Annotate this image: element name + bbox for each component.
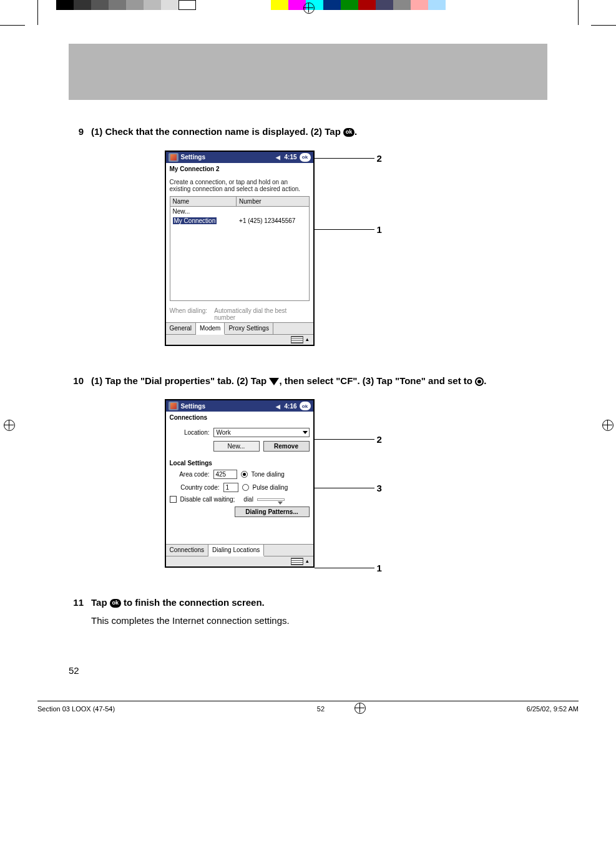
radio-dot-icon [475, 377, 484, 386]
tone-radio[interactable] [241, 471, 248, 478]
pda-clock: 4:15 [284, 154, 296, 161]
pda-titlebar: Settings 4:15 ok [166, 152, 313, 163]
pda-clock: 4:16 [284, 403, 296, 410]
tab-connections[interactable]: Connections [166, 545, 209, 556]
sip-up-icon[interactable]: ▴ [305, 558, 311, 565]
step-number: 10 [69, 374, 91, 388]
new-button[interactable]: New... [213, 441, 260, 452]
tone-label: Tone dialing [252, 471, 285, 478]
selected-connection: My Connection [173, 217, 217, 224]
location-row: Location: Work [170, 426, 310, 439]
remove-button[interactable]: Remove [263, 441, 310, 452]
location-dropdown[interactable]: Work [213, 428, 310, 437]
start-icon[interactable] [169, 402, 178, 410]
location-label: Location: [170, 429, 210, 436]
print-footer: Section 03 LOOX (47-54) 52 6/25/02, 9:52… [37, 701, 579, 713]
pda-title-text: Settings [181, 403, 205, 410]
pda-screenshot-2: Settings 4:16 ok Connections Location: W… [165, 399, 315, 568]
disable-call-waiting-checkbox[interactable] [170, 496, 177, 503]
keyboard-icon[interactable] [291, 336, 303, 343]
footer-section: Section 03 LOOX (47-54) [37, 705, 115, 713]
registration-mark-icon [354, 703, 364, 713]
when-dialing-value: Automatically dial the best number [214, 307, 309, 321]
connections-heading: Connections [166, 412, 313, 423]
callout-1: 1 [377, 224, 382, 235]
callout-2: 2 [377, 434, 382, 445]
column-number: Number [237, 197, 308, 206]
disable-call-waiting-row: Disable call waiting; dial [170, 494, 310, 505]
registration-mark-icon [4, 420, 14, 430]
local-settings-heading: Local Settings [166, 456, 313, 468]
country-code-label: Country code: [170, 484, 220, 491]
pda-instructions: Create a connection, or tap and hold on … [170, 179, 310, 192]
step-11-body: This completes the Internet connection s… [69, 614, 547, 628]
step-text: Tap ok to finish the connection screen. [91, 596, 547, 610]
footer-timestamp: 6/25/02, 9:52 AM [527, 705, 579, 713]
registration-mark-icon [602, 420, 612, 430]
connections-table: Name Number New... My Connection +1 (425… [170, 196, 310, 301]
sip-bar: ▴ [166, 334, 313, 345]
pda-title-text: Settings [181, 154, 205, 161]
ok-icon: ok [110, 599, 121, 608]
footer-page: 52 [317, 705, 325, 713]
step-number: 11 [69, 596, 91, 610]
keyboard-icon[interactable] [291, 558, 303, 565]
callout-2: 2 [377, 153, 382, 164]
tab-dialing-locations[interactable]: Dialing Locations [208, 545, 264, 556]
speaker-icon[interactable] [276, 154, 281, 161]
area-code-row: Area code: 425 Tone dialing [170, 468, 310, 481]
callout-1: 1 [377, 563, 382, 573]
area-code-input[interactable]: 425 [213, 470, 237, 479]
ok-button[interactable]: ok [300, 153, 311, 162]
figure-step-10: Settings 4:16 ok Connections Location: W… [165, 399, 452, 568]
step-10: 10 (1) Tap the "Dial properties" tab. (2… [69, 374, 547, 388]
table-row[interactable]: My Connection +1 (425) 123445567 [170, 216, 309, 225]
country-code-row: Country code: 1 Pulse dialing [170, 481, 310, 494]
pda-tab-bar: Connections Dialing Locations [166, 544, 313, 556]
column-name: Name [170, 197, 237, 206]
pulse-label: Pulse dialing [253, 484, 288, 491]
pda-tab-bar: General Modem Proxy Settings [166, 322, 313, 334]
step-9: 9 (1) Check that the connection name is … [69, 125, 547, 139]
disable-call-waiting-label: Disable call waiting; [180, 496, 235, 503]
pulse-radio[interactable] [242, 484, 249, 491]
row-new: New... [170, 207, 237, 216]
start-icon[interactable] [169, 153, 178, 162]
step-text: (1) Tap the "Dial properties" tab. (2) T… [91, 374, 547, 388]
print-color-bar [56, 0, 446, 10]
page-number: 52 [69, 665, 547, 676]
area-code-label: Area code: [170, 471, 210, 478]
step-11: 11 Tap ok to finish the connection scree… [69, 596, 547, 610]
pda-screenshot-1: Settings 4:15 ok My Connection 2 Create … [165, 151, 315, 346]
ok-button[interactable]: ok [300, 402, 311, 410]
connection-number: +1 (425) 123445567 [237, 216, 308, 225]
dial-label: dial [243, 496, 253, 503]
print-crop-region [0, 0, 616, 44]
country-code-input[interactable]: 1 [223, 483, 238, 492]
sip-bar: ▴ [166, 556, 313, 566]
dropdown-triangle-icon [269, 378, 279, 385]
ok-icon: ok [343, 128, 354, 137]
figure-step-9: Settings 4:15 ok My Connection 2 Create … [165, 151, 452, 346]
table-row[interactable]: New... [170, 207, 309, 216]
connection-name-heading: My Connection 2 [166, 163, 313, 175]
callout-3: 3 [377, 483, 382, 493]
table-header: Name Number [170, 197, 309, 207]
sip-up-icon[interactable]: ▴ [305, 336, 311, 343]
when-dialing-row: When dialing: Automatically dial the bes… [166, 304, 313, 322]
dialing-patterns-button[interactable]: Dialing Patterns... [235, 507, 310, 517]
page-header-band [69, 44, 547, 100]
pda-titlebar: Settings 4:16 ok [166, 400, 313, 412]
speaker-icon[interactable] [276, 403, 281, 410]
step-number: 9 [69, 125, 91, 139]
registration-mark-icon [303, 2, 313, 12]
tab-modem[interactable]: Modem [196, 323, 225, 335]
step-text: (1) Check that the connection name is di… [91, 125, 547, 139]
tab-proxy[interactable]: Proxy Settings [225, 323, 273, 334]
dial-code-dropdown[interactable] [257, 498, 285, 501]
tab-general[interactable]: General [166, 323, 197, 334]
when-dialing-label: When dialing: [170, 307, 215, 314]
